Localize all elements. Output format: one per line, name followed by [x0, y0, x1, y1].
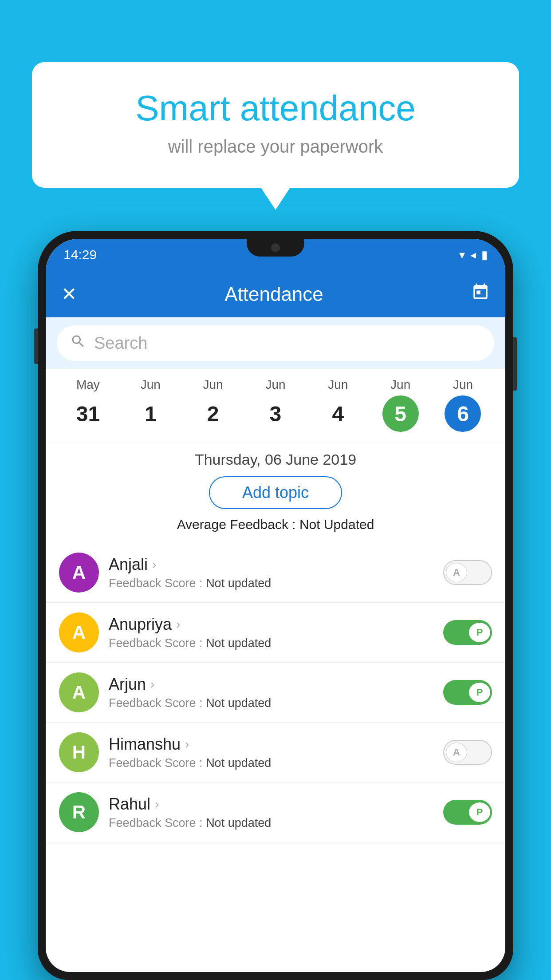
phone-frame: 14:29 ▾ ◂ ▮ ✕ Attendance [38, 231, 513, 980]
student-name: Himanshu › [109, 735, 433, 754]
attendance-toggle-rahul[interactable]: P [443, 800, 492, 825]
app-bar: ✕ Attendance [46, 271, 505, 317]
feedback-score: Feedback Score : Not updated [109, 696, 433, 710]
selected-date-text: Thursday, 06 June 2019 [46, 451, 505, 468]
calendar-day[interactable]: Jun1 [132, 378, 169, 432]
attendance-toggle-anjali[interactable]: A [443, 560, 492, 585]
calendar-day[interactable]: Jun5 [382, 378, 419, 432]
status-time: 14:29 [63, 247, 97, 262]
avg-feedback-value: Not Updated [299, 517, 374, 532]
search-container: Search [46, 317, 505, 369]
toggle-knob: P [469, 802, 490, 822]
cal-date-number: 2 [195, 395, 231, 432]
power-button [513, 337, 517, 391]
battery-icon: ▮ [481, 248, 488, 262]
status-bar: 14:29 ▾ ◂ ▮ [46, 239, 505, 271]
avatar: R [59, 792, 99, 832]
signal-icon: ◂ [470, 248, 476, 262]
avatar: A [59, 553, 99, 593]
student-item[interactable]: AAnjali ›Feedback Score : Not updatedA [46, 543, 505, 603]
chevron-icon: › [176, 617, 180, 632]
feedback-score: Feedback Score : Not updated [109, 636, 433, 650]
cal-month-label: Jun [328, 378, 348, 392]
student-info: Anupriya ›Feedback Score : Not updated [109, 615, 433, 650]
avg-feedback-label: Average Feedback : [177, 517, 299, 532]
close-button[interactable]: ✕ [61, 283, 77, 305]
feedback-score: Feedback Score : Not updated [109, 756, 433, 770]
student-name: Rahul › [109, 795, 433, 814]
cal-month-label: Jun [265, 378, 285, 392]
cal-date-number: 5 [382, 395, 419, 432]
student-info: Arjun ›Feedback Score : Not updated [109, 675, 433, 710]
add-topic-button[interactable]: Add topic [209, 476, 342, 509]
chevron-icon: › [155, 797, 159, 811]
calendar-day[interactable]: Jun3 [257, 378, 294, 432]
cal-month-label: Jun [203, 378, 223, 392]
student-name: Anjali › [109, 555, 433, 574]
toggle-knob: P [469, 683, 490, 702]
attendance-toggle-anupriya[interactable]: P [443, 620, 492, 645]
student-info: Himanshu ›Feedback Score : Not updated [109, 735, 433, 770]
toggle-knob: A [446, 563, 467, 582]
avatar: A [59, 612, 99, 652]
calendar-day[interactable]: Jun2 [195, 378, 231, 432]
cal-month-label: May [76, 378, 100, 392]
student-item[interactable]: AArjun ›Feedback Score : Not updatedP [46, 663, 505, 723]
feedback-score: Feedback Score : Not updated [109, 816, 433, 830]
student-list: AAnjali ›Feedback Score : Not updatedAAA… [46, 543, 505, 842]
cal-month-label: Jun [141, 378, 161, 392]
search-placeholder: Search [94, 334, 147, 353]
calendar-day[interactable]: Jun6 [445, 378, 481, 432]
calendar-day[interactable]: Jun4 [320, 378, 356, 432]
search-bar[interactable]: Search [57, 325, 494, 361]
bubble-title: Smart attendance [67, 89, 484, 128]
cal-date-number: 31 [70, 395, 106, 432]
calendar-icon[interactable] [471, 283, 490, 305]
cal-date-number: 4 [320, 395, 356, 432]
feedback-score: Feedback Score : Not updated [109, 577, 433, 590]
student-info: Rahul ›Feedback Score : Not updated [109, 795, 433, 830]
notch [247, 239, 304, 257]
cal-month-label: Jun [453, 378, 473, 392]
student-item[interactable]: HHimanshu ›Feedback Score : Not updatedA [46, 723, 505, 782]
wifi-icon: ▾ [459, 248, 465, 262]
toggle-knob: A [446, 743, 467, 762]
student-name: Anupriya › [109, 615, 433, 634]
chevron-icon: › [150, 677, 154, 692]
cal-date-number: 6 [445, 395, 481, 432]
speech-bubble: Smart attendance will replace your paper… [32, 62, 519, 188]
attendance-toggle-arjun[interactable]: P [443, 680, 492, 705]
student-item[interactable]: RRahul ›Feedback Score : Not updatedP [46, 782, 505, 842]
chevron-icon: › [152, 557, 156, 572]
cal-month-label: Jun [390, 378, 410, 392]
bubble-subtitle: will replace your paperwork [67, 137, 484, 157]
cal-date-number: 1 [132, 395, 169, 432]
phone-screen: 14:29 ▾ ◂ ▮ ✕ Attendance [46, 239, 505, 972]
calendar-day[interactable]: May31 [70, 378, 106, 432]
average-feedback: Average Feedback : Not Updated [46, 517, 505, 539]
date-info: Thursday, 06 June 2019 Add topic Average… [46, 441, 505, 543]
attendance-toggle-himanshu[interactable]: A [443, 740, 492, 765]
search-icon [70, 333, 86, 353]
app-bar-title: Attendance [224, 283, 323, 305]
avatar: H [59, 732, 99, 772]
chevron-icon: › [185, 737, 189, 751]
calendar-strip: May31Jun1Jun2Jun3Jun4Jun5Jun6 [46, 369, 505, 441]
student-info: Anjali ›Feedback Score : Not updated [109, 555, 433, 590]
avatar: A [59, 672, 99, 712]
status-icons: ▾ ◂ ▮ [459, 248, 488, 262]
cal-date-number: 3 [257, 395, 294, 432]
volume-button [34, 328, 38, 364]
toggle-knob: P [469, 623, 490, 642]
student-item[interactable]: AAnupriya ›Feedback Score : Not updatedP [46, 603, 505, 663]
front-camera [271, 243, 280, 252]
student-name: Arjun › [109, 675, 433, 694]
